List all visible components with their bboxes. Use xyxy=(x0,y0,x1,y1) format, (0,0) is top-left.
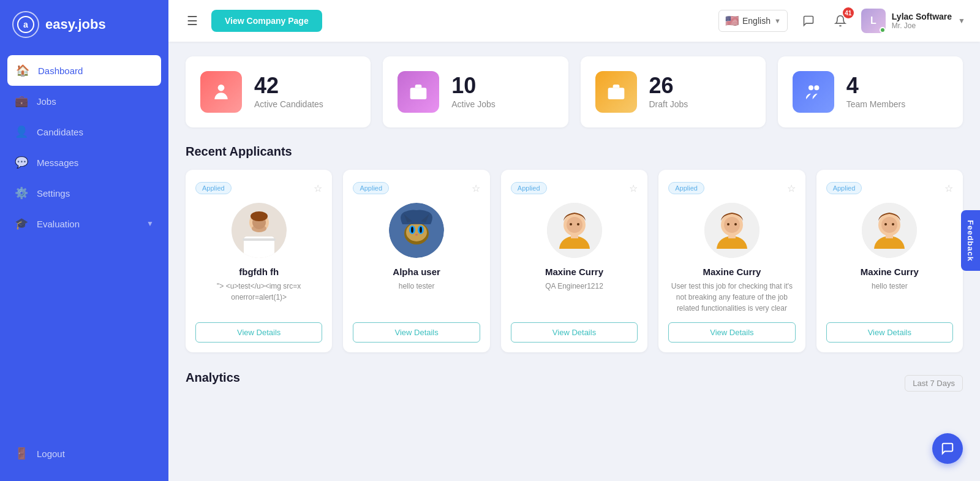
applicant-desc-1: "> <u>test</u><img src=x onerror=alert(1… xyxy=(195,281,322,314)
svg-point-22 xyxy=(415,234,418,236)
settings-icon: ⚙️ xyxy=(15,186,28,200)
user-role: Mr. Joe xyxy=(892,21,952,30)
dashboard-icon: 🏠 xyxy=(16,64,29,77)
applicant-name-2: Alpha user xyxy=(393,267,440,277)
stat-card-candidates: 42 Active Candidates xyxy=(186,56,371,127)
svg-point-2 xyxy=(218,85,225,91)
candidates-count: 42 xyxy=(254,75,323,97)
svg-point-39 xyxy=(881,217,897,233)
sidebar-item-jobs[interactable]: 💼 Jobs xyxy=(0,86,168,116)
star-button-4[interactable]: ☆ xyxy=(787,183,796,194)
stat-info-team: 4 Team Members xyxy=(846,75,905,109)
view-details-button-4[interactable]: View Details xyxy=(668,322,795,343)
applicant-desc-4: User test this job for checking that it'… xyxy=(668,281,795,314)
chat-icon-button[interactable] xyxy=(797,10,820,32)
view-details-button-1[interactable]: View Details xyxy=(195,322,322,343)
feedback-tab[interactable]: Feedback xyxy=(961,210,980,271)
view-company-button[interactable]: View Company Page xyxy=(211,10,322,32)
applicant-name-1: fbgfdh fh xyxy=(239,267,279,277)
applied-badge-1: Applied xyxy=(195,182,232,194)
svg-point-42 xyxy=(892,223,894,225)
logo-icon: a xyxy=(12,11,39,38)
draft-jobs-label: Draft Jobs xyxy=(649,99,688,109)
language-selector[interactable]: 🇺🇸 English ▼ xyxy=(718,10,788,32)
view-details-button-5[interactable]: View Details xyxy=(826,322,953,343)
svg-rect-5 xyxy=(608,88,624,99)
draft-jobs-stat-icon xyxy=(595,71,637,113)
hamburger-button[interactable]: ☰ xyxy=(183,10,202,32)
applicant-card-3: Applied ☆ xyxy=(501,170,647,352)
topbar-right: 🇺🇸 English ▼ 41 L xyxy=(718,9,965,33)
applicant-desc-3: QA Engineer1212 xyxy=(545,281,603,314)
sidebar-item-label: Messages xyxy=(37,157,78,168)
svg-point-4 xyxy=(417,92,420,95)
svg-rect-40 xyxy=(886,233,893,238)
applicant-desc-2: hello tester xyxy=(399,281,435,314)
recent-applicants-section: Recent Applicants Applied ☆ xyxy=(186,145,963,352)
candidates-icon: 👤 xyxy=(15,125,28,138)
sidebar-item-messages[interactable]: 💬 Messages xyxy=(0,147,168,178)
team-stat-icon xyxy=(793,71,834,113)
chevron-down-icon: ▼ xyxy=(774,17,781,25)
svg-rect-34 xyxy=(728,233,736,238)
svg-point-14 xyxy=(251,211,268,221)
user-name: Lylac Software xyxy=(892,12,952,21)
sidebar-item-candidates[interactable]: 👤 Candidates xyxy=(0,116,168,147)
sidebar-item-label: Candidates xyxy=(37,127,83,137)
svg-point-41 xyxy=(884,223,887,225)
svg-point-17 xyxy=(406,223,427,241)
flag-icon: 🇺🇸 xyxy=(725,14,739,28)
applicant-card-2: Applied ☆ xyxy=(343,170,489,352)
messages-icon: 💬 xyxy=(15,156,28,169)
view-details-button-3[interactable]: View Details xyxy=(511,322,638,343)
user-details: Lylac Software Mr. Joe xyxy=(892,12,952,30)
stat-info-candidates: 42 Active Candidates xyxy=(254,75,323,109)
sidebar-item-label: Settings xyxy=(37,188,70,199)
star-button-1[interactable]: ☆ xyxy=(314,183,322,194)
candidates-stat-icon xyxy=(200,71,242,113)
team-label: Team Members xyxy=(846,99,905,109)
svg-point-30 xyxy=(577,223,579,225)
sidebar-item-evaluation[interactable]: 🎓 Evaluation ▼ xyxy=(0,208,168,239)
card-top-4: Applied ☆ xyxy=(668,182,795,194)
candidates-label: Active Candidates xyxy=(254,99,323,109)
sidebar-item-dashboard[interactable]: 🏠 Dashboard xyxy=(7,55,161,86)
star-button-3[interactable]: ☆ xyxy=(629,183,638,194)
svg-point-29 xyxy=(570,223,572,225)
applicant-desc-5: hello tester xyxy=(872,281,908,314)
user-info[interactable]: L Lylac Software Mr. Joe ▼ xyxy=(861,9,965,33)
app-name: easy.jobs xyxy=(45,17,106,32)
applicant-card-1: Applied ☆ xyxy=(186,170,332,352)
star-button-2[interactable]: ☆ xyxy=(472,183,480,194)
stat-card-draft-jobs: 26 Draft Jobs xyxy=(581,56,766,127)
svg-point-7 xyxy=(814,85,819,90)
applied-badge-2: Applied xyxy=(353,182,389,194)
sidebar-item-label: Jobs xyxy=(37,96,56,107)
avatar-3 xyxy=(547,203,602,258)
jobs-icon: 💼 xyxy=(15,94,28,108)
main-area: ☰ View Company Page 🇺🇸 English ▼ 41 xyxy=(168,0,980,481)
star-button-5[interactable]: ☆ xyxy=(944,183,953,194)
analytics-section: Analytics Last 7 Days xyxy=(186,371,963,396)
svg-point-36 xyxy=(734,223,737,225)
sidebar-item-logout[interactable]: 🚪 Logout xyxy=(0,438,168,469)
notification-button[interactable]: 41 xyxy=(829,10,851,32)
applicants-row: Applied ☆ xyxy=(186,170,963,352)
sidebar-item-settings[interactable]: ⚙️ Settings xyxy=(0,178,168,208)
draft-jobs-count: 26 xyxy=(649,75,688,97)
svg-point-20 xyxy=(411,227,413,233)
sidebar-item-label: Logout xyxy=(37,449,65,459)
card-top-5: Applied ☆ xyxy=(826,182,953,194)
topbar: ☰ View Company Page 🇺🇸 English ▼ 41 xyxy=(168,0,980,42)
sidebar-item-label: Evaluation xyxy=(37,219,80,229)
stat-card-active-jobs: 10 Active Jobs xyxy=(383,56,568,127)
user-avatar-wrap: L xyxy=(861,9,886,33)
view-details-button-2[interactable]: View Details xyxy=(353,322,480,343)
card-top-2: Applied ☆ xyxy=(353,182,480,194)
chat-bubble-button[interactable] xyxy=(932,433,963,464)
svg-point-13 xyxy=(252,225,266,232)
analytics-period[interactable]: Last 7 Days xyxy=(905,375,963,392)
applied-badge-5: Applied xyxy=(826,182,862,194)
recent-applicants-title: Recent Applicants xyxy=(186,145,963,159)
applied-badge-3: Applied xyxy=(511,182,547,194)
